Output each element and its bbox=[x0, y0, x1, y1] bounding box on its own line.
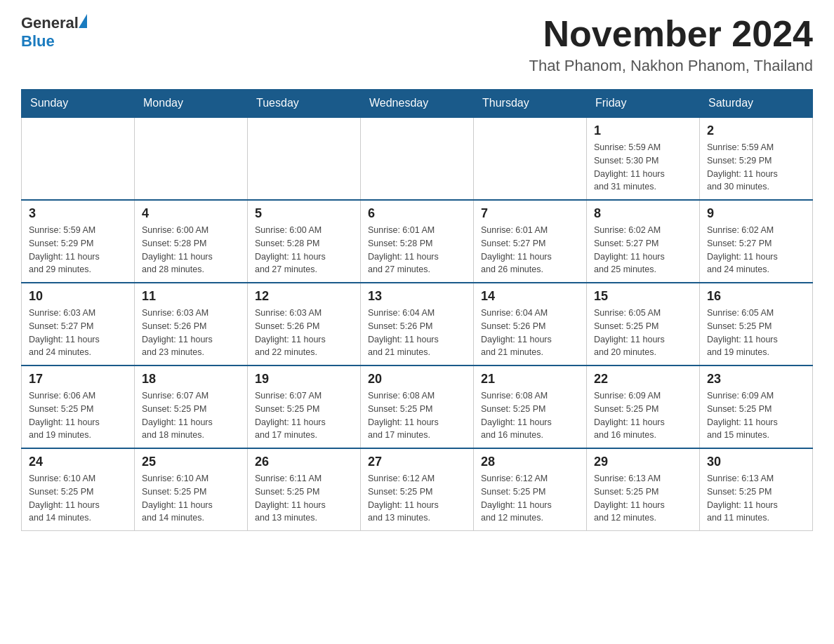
calendar-cell: 22Sunrise: 6:09 AM Sunset: 5:25 PM Dayli… bbox=[587, 365, 700, 448]
calendar-cell: 14Sunrise: 6:04 AM Sunset: 5:26 PM Dayli… bbox=[474, 283, 587, 365]
calendar-cell: 16Sunrise: 6:05 AM Sunset: 5:25 PM Dayli… bbox=[700, 283, 813, 365]
day-info: Sunrise: 6:09 AM Sunset: 5:25 PM Dayligh… bbox=[707, 389, 805, 442]
day-number: 15 bbox=[594, 289, 692, 304]
day-info: Sunrise: 6:01 AM Sunset: 5:28 PM Dayligh… bbox=[368, 224, 466, 276]
day-info: Sunrise: 6:05 AM Sunset: 5:25 PM Dayligh… bbox=[594, 307, 692, 359]
day-info: Sunrise: 6:09 AM Sunset: 5:25 PM Dayligh… bbox=[594, 389, 692, 442]
calendar-cell: 2Sunrise: 5:59 AM Sunset: 5:29 PM Daylig… bbox=[700, 117, 813, 200]
weekday-header-wednesday: Wednesday bbox=[361, 90, 474, 118]
day-info: Sunrise: 6:04 AM Sunset: 5:26 PM Dayligh… bbox=[368, 307, 466, 359]
calendar-cell: 6Sunrise: 6:01 AM Sunset: 5:28 PM Daylig… bbox=[361, 200, 474, 283]
day-info: Sunrise: 6:02 AM Sunset: 5:27 PM Dayligh… bbox=[594, 224, 692, 276]
day-number: 23 bbox=[707, 372, 805, 387]
calendar-cell: 23Sunrise: 6:09 AM Sunset: 5:25 PM Dayli… bbox=[700, 365, 813, 448]
week-row-4: 17Sunrise: 6:06 AM Sunset: 5:25 PM Dayli… bbox=[22, 365, 813, 448]
day-info: Sunrise: 6:07 AM Sunset: 5:25 PM Dayligh… bbox=[255, 389, 353, 442]
calendar-cell: 27Sunrise: 6:12 AM Sunset: 5:25 PM Dayli… bbox=[361, 448, 474, 531]
day-number: 16 bbox=[707, 289, 805, 304]
day-info: Sunrise: 6:11 AM Sunset: 5:25 PM Dayligh… bbox=[255, 472, 353, 525]
month-title: November 2024 bbox=[529, 14, 813, 54]
weekday-header-monday: Monday bbox=[135, 90, 248, 118]
calendar-cell: 19Sunrise: 6:07 AM Sunset: 5:25 PM Dayli… bbox=[248, 365, 361, 448]
calendar-cell: 10Sunrise: 6:03 AM Sunset: 5:27 PM Dayli… bbox=[22, 283, 135, 365]
day-info: Sunrise: 6:10 AM Sunset: 5:25 PM Dayligh… bbox=[142, 472, 240, 525]
day-number: 22 bbox=[594, 372, 692, 387]
calendar-cell: 25Sunrise: 6:10 AM Sunset: 5:25 PM Dayli… bbox=[135, 448, 248, 531]
day-number: 18 bbox=[142, 372, 240, 387]
day-number: 17 bbox=[29, 372, 127, 387]
day-number: 13 bbox=[368, 289, 466, 304]
day-number: 12 bbox=[255, 289, 353, 304]
day-number: 20 bbox=[368, 372, 466, 387]
day-info: Sunrise: 6:12 AM Sunset: 5:25 PM Dayligh… bbox=[481, 472, 579, 525]
calendar-cell: 3Sunrise: 5:59 AM Sunset: 5:29 PM Daylig… bbox=[22, 200, 135, 283]
day-number: 29 bbox=[594, 455, 692, 469]
calendar-cell: 1Sunrise: 5:59 AM Sunset: 5:30 PM Daylig… bbox=[587, 117, 700, 200]
calendar-table: SundayMondayTuesdayWednesdayThursdayFrid… bbox=[21, 89, 813, 531]
day-info: Sunrise: 6:10 AM Sunset: 5:25 PM Dayligh… bbox=[29, 472, 127, 525]
calendar-cell: 26Sunrise: 6:11 AM Sunset: 5:25 PM Dayli… bbox=[248, 448, 361, 531]
day-info: Sunrise: 5:59 AM Sunset: 5:29 PM Dayligh… bbox=[29, 224, 127, 276]
day-info: Sunrise: 6:00 AM Sunset: 5:28 PM Dayligh… bbox=[142, 224, 240, 276]
day-number: 5 bbox=[255, 206, 353, 221]
logo-blue-text: Blue bbox=[21, 32, 55, 51]
day-info: Sunrise: 6:04 AM Sunset: 5:26 PM Dayligh… bbox=[481, 307, 579, 359]
calendar-cell: 28Sunrise: 6:12 AM Sunset: 5:25 PM Dayli… bbox=[474, 448, 587, 531]
day-info: Sunrise: 6:03 AM Sunset: 5:26 PM Dayligh… bbox=[142, 307, 240, 359]
calendar-cell: 30Sunrise: 6:13 AM Sunset: 5:25 PM Dayli… bbox=[700, 448, 813, 531]
calendar-cell bbox=[135, 117, 248, 200]
day-number: 10 bbox=[29, 289, 127, 304]
day-number: 14 bbox=[481, 289, 579, 304]
weekday-header-row: SundayMondayTuesdayWednesdayThursdayFrid… bbox=[22, 90, 813, 118]
day-info: Sunrise: 6:00 AM Sunset: 5:28 PM Dayligh… bbox=[255, 224, 353, 276]
page-header: General Blue November 2024 That Phanom, … bbox=[21, 14, 813, 75]
calendar-cell: 29Sunrise: 6:13 AM Sunset: 5:25 PM Dayli… bbox=[587, 448, 700, 531]
calendar-cell: 21Sunrise: 6:08 AM Sunset: 5:25 PM Dayli… bbox=[474, 365, 587, 448]
calendar-cell: 24Sunrise: 6:10 AM Sunset: 5:25 PM Dayli… bbox=[22, 448, 135, 531]
day-info: Sunrise: 5:59 AM Sunset: 5:29 PM Dayligh… bbox=[707, 141, 805, 194]
day-info: Sunrise: 6:03 AM Sunset: 5:27 PM Dayligh… bbox=[29, 307, 127, 359]
day-info: Sunrise: 6:08 AM Sunset: 5:25 PM Dayligh… bbox=[368, 389, 466, 442]
day-number: 30 bbox=[707, 455, 805, 469]
title-section: November 2024 That Phanom, Nakhon Phanom… bbox=[529, 14, 813, 75]
location-text: That Phanom, Nakhon Phanom, Thailand bbox=[529, 57, 813, 75]
calendar-cell: 11Sunrise: 6:03 AM Sunset: 5:26 PM Dayli… bbox=[135, 283, 248, 365]
day-info: Sunrise: 6:13 AM Sunset: 5:25 PM Dayligh… bbox=[594, 472, 692, 525]
day-info: Sunrise: 6:12 AM Sunset: 5:25 PM Dayligh… bbox=[368, 472, 466, 525]
day-info: Sunrise: 6:02 AM Sunset: 5:27 PM Dayligh… bbox=[707, 224, 805, 276]
calendar-cell bbox=[474, 117, 587, 200]
day-number: 1 bbox=[594, 123, 692, 138]
day-number: 2 bbox=[707, 123, 805, 138]
calendar-cell: 13Sunrise: 6:04 AM Sunset: 5:26 PM Dayli… bbox=[361, 283, 474, 365]
day-number: 9 bbox=[707, 206, 805, 221]
day-number: 24 bbox=[29, 455, 127, 469]
day-number: 19 bbox=[255, 372, 353, 387]
weekday-header-saturday: Saturday bbox=[700, 90, 813, 118]
calendar-cell: 20Sunrise: 6:08 AM Sunset: 5:25 PM Dayli… bbox=[361, 365, 474, 448]
day-info: Sunrise: 6:05 AM Sunset: 5:25 PM Dayligh… bbox=[707, 307, 805, 359]
day-number: 6 bbox=[368, 206, 466, 221]
calendar-cell: 12Sunrise: 6:03 AM Sunset: 5:26 PM Dayli… bbox=[248, 283, 361, 365]
day-number: 4 bbox=[142, 206, 240, 221]
week-row-1: 1Sunrise: 5:59 AM Sunset: 5:30 PM Daylig… bbox=[22, 117, 813, 200]
calendar-cell: 7Sunrise: 6:01 AM Sunset: 5:27 PM Daylig… bbox=[474, 200, 587, 283]
day-number: 8 bbox=[594, 206, 692, 221]
weekday-header-sunday: Sunday bbox=[22, 90, 135, 118]
week-row-5: 24Sunrise: 6:10 AM Sunset: 5:25 PM Dayli… bbox=[22, 448, 813, 531]
calendar-cell: 5Sunrise: 6:00 AM Sunset: 5:28 PM Daylig… bbox=[248, 200, 361, 283]
day-info: Sunrise: 6:06 AM Sunset: 5:25 PM Dayligh… bbox=[29, 389, 127, 442]
day-number: 28 bbox=[481, 455, 579, 469]
calendar-cell: 18Sunrise: 6:07 AM Sunset: 5:25 PM Dayli… bbox=[135, 365, 248, 448]
weekday-header-tuesday: Tuesday bbox=[248, 90, 361, 118]
day-number: 26 bbox=[255, 455, 353, 469]
day-number: 27 bbox=[368, 455, 466, 469]
weekday-header-thursday: Thursday bbox=[474, 90, 587, 118]
day-number: 7 bbox=[481, 206, 579, 221]
day-info: Sunrise: 6:07 AM Sunset: 5:25 PM Dayligh… bbox=[142, 389, 240, 442]
day-info: Sunrise: 5:59 AM Sunset: 5:30 PM Dayligh… bbox=[594, 141, 692, 194]
calendar-cell bbox=[22, 117, 135, 200]
logo: General Blue bbox=[21, 14, 88, 51]
calendar-cell bbox=[248, 117, 361, 200]
day-info: Sunrise: 6:13 AM Sunset: 5:25 PM Dayligh… bbox=[707, 472, 805, 525]
calendar-cell: 9Sunrise: 6:02 AM Sunset: 5:27 PM Daylig… bbox=[700, 200, 813, 283]
